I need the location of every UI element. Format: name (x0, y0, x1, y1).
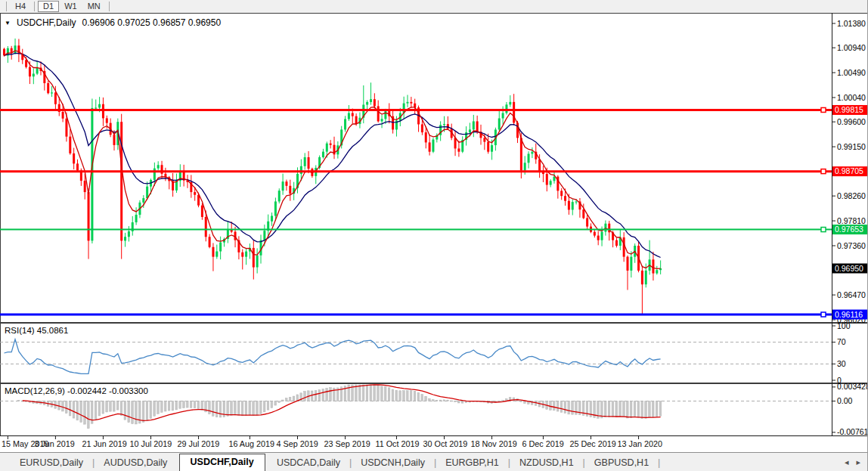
level-anchor-handle (821, 312, 826, 317)
ma-slow-line (5, 54, 661, 258)
macd-panel: 0.0034280.00-0.007615 MACD(12,26,9) -0.0… (0, 383, 868, 436)
date-label: 16 Aug 2019 (228, 439, 274, 448)
svg-text:0.98260: 0.98260 (837, 191, 866, 200)
timeframe-button-h4[interactable]: H4 (10, 1, 31, 12)
svg-text:0.97810: 0.97810 (837, 216, 866, 225)
chart-tab-bar: EURUSD,Daily|AUDUSD,Daily|USDCHF,Daily|U… (0, 452, 868, 471)
tab-separator: | (658, 455, 660, 471)
date-label: 11 Oct 2019 (375, 439, 419, 448)
svg-text:0.99815: 0.99815 (835, 105, 863, 114)
timeframe-toolbar: H4D1W1MN (0, 0, 868, 14)
date-label: 29 Jul 2019 (178, 439, 220, 448)
svg-text:30: 30 (837, 359, 846, 368)
chart-tab-usdchf[interactable]: USDCHF,Daily (179, 454, 265, 471)
svg-text:0.96950: 0.96950 (835, 264, 863, 273)
candles-layer (3, 39, 662, 315)
date-label: 23 Sep 2019 (324, 439, 370, 448)
date-label: 13 Jan 2020 (618, 439, 662, 448)
svg-text:0.99150: 0.99150 (837, 142, 866, 151)
level-anchor-handle (821, 169, 826, 174)
date-label: 25 Dec 2019 (570, 439, 616, 448)
svg-text:0.96116: 0.96116 (835, 310, 863, 319)
chart-tab-eurgbp[interactable]: EURGBP,H1 (436, 455, 508, 471)
chart-symbol-label: USDCHF,Daily (17, 17, 76, 28)
level-anchor-handle (821, 228, 826, 232)
rsi-canvas[interactable]: 10070300 (0, 323, 868, 383)
timeframe-button-d1[interactable]: D1 (38, 1, 59, 12)
date-axis-canvas: 15 May 20193 Jun 201921 Jun 201910 Jul 2… (0, 436, 868, 452)
chart-tab-audusd[interactable]: AUDUSD,Daily (95, 455, 176, 471)
date-label: 21 Jun 2019 (82, 439, 126, 448)
svg-text:1.00040: 1.00040 (837, 93, 866, 102)
symbol-dropdown-icon[interactable]: ▼ (5, 20, 11, 26)
svg-text:-0.007615: -0.007615 (837, 427, 868, 436)
chart-tab-nzdusd[interactable]: NZDUSD,H1 (510, 455, 583, 471)
svg-text:0.003428: 0.003428 (837, 383, 868, 391)
svg-text:1.00940: 1.00940 (837, 43, 866, 52)
date-axis: 15 May 20193 Jun 201921 Jun 201910 Jul 2… (0, 436, 868, 452)
trading-terminal-window: H4D1W1MN 1.013801.009401.004901.000400.9… (0, 0, 868, 471)
chart-tab-eurusd[interactable]: EURUSD,Daily (11, 455, 92, 471)
chart-ohlc-values: 0.96906 0.97025 0.96857 0.96950 (82, 17, 222, 28)
price-chart-panel: 1.013801.009401.004901.000400.996000.991… (0, 13, 868, 323)
chart-tab-gbpusd[interactable]: GBPUSD,H1 (585, 455, 658, 471)
date-label: 18 Nov 2019 (471, 439, 517, 448)
chart-tab-usdcnh[interactable]: USDCNH,Daily (352, 455, 434, 471)
svg-text:0: 0 (837, 376, 842, 384)
svg-text:0.97360: 0.97360 (837, 241, 866, 250)
svg-text:0.00: 0.00 (837, 396, 853, 405)
ma-fast-line (5, 51, 661, 268)
svg-text:0.96470: 0.96470 (837, 290, 866, 299)
svg-text:100: 100 (837, 323, 851, 330)
timeframe-button-w1[interactable]: W1 (59, 1, 82, 12)
date-label: 3 Jun 2019 (34, 439, 74, 448)
chart-tab-usdcad[interactable]: USDCAD,Daily (268, 455, 349, 471)
svg-text:0.98705: 0.98705 (835, 166, 863, 175)
svg-text:0.99600: 0.99600 (837, 117, 866, 126)
chart-header: ▼ USDCHF,Daily 0.96906 0.97025 0.96857 0… (5, 17, 221, 28)
svg-text:1.00490: 1.00490 (837, 68, 866, 77)
svg-text:0.97653: 0.97653 (835, 225, 863, 234)
date-label: 10 Jul 2019 (130, 439, 172, 448)
tab-scroll-left-icon[interactable]: ◂ (845, 457, 849, 467)
rsi-line (5, 339, 661, 374)
svg-text:70: 70 (837, 337, 846, 346)
date-label: 6 Dec 2019 (522, 439, 563, 448)
date-label: 4 Sep 2019 (277, 439, 318, 448)
timeframe-button-mn[interactable]: MN (82, 1, 106, 12)
rsi-panel: 10070300 RSI(14) 45.0861 (0, 323, 868, 383)
macd-label: MACD(12,26,9) -0.002442 -0.003300 (5, 386, 148, 395)
tab-scroll-right-icon[interactable]: ▸ (856, 457, 860, 467)
rsi-label: RSI(14) 45.0861 (5, 326, 68, 335)
date-label: 30 Oct 2019 (423, 439, 468, 448)
price-chart-canvas[interactable]: 1.013801.009401.004901.000400.996000.991… (0, 13, 868, 323)
level-anchor-handle (821, 107, 826, 112)
svg-text:1.01380: 1.01380 (837, 19, 866, 28)
